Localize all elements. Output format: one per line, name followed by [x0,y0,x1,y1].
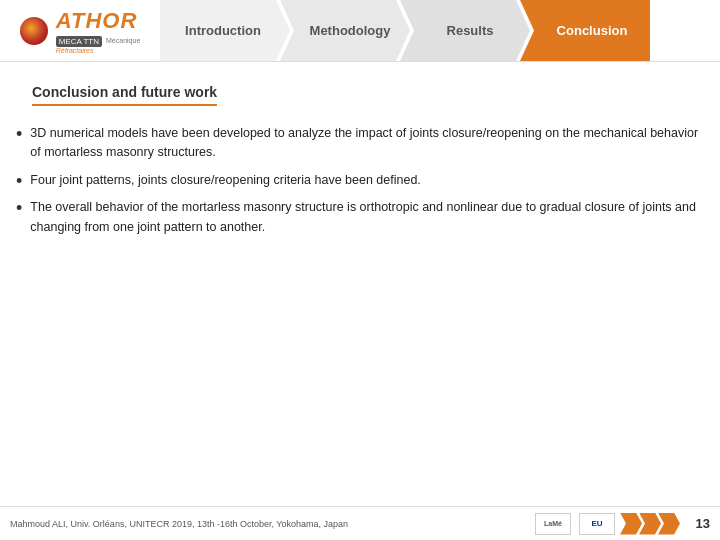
bullet-text-1: 3D numerical models have been developed … [30,124,704,163]
athor-text: ATHOR [56,8,141,34]
footer-arrow-group [623,513,680,535]
footer-logos: LaMé EU [535,513,615,535]
footer-arrow-2 [639,513,661,535]
meca-badge: MECA TTN [56,36,102,47]
tab-results[interactable]: Results [400,0,530,61]
bullet-text-3: The overall behavior of the mortarless m… [30,198,704,237]
header: ATHOR MECA TTN Mécanique Réfractaires In… [0,0,720,62]
nav-tabs: Introduction Methodology Results Conclus… [160,0,720,61]
athor-circle-icon [20,17,48,45]
bullet-text-2: Four joint patterns, joints closure/reop… [30,171,421,190]
footer-arrow-1 [620,513,642,535]
bullet-icon: • [16,172,22,190]
list-item: • Four joint patterns, joints closure/re… [16,171,704,190]
footer-arrow-3 [658,513,680,535]
section-title: Conclusion and future work [32,84,217,106]
footer-citation: Mahmoud ALI, Univ. Orléans, UNITECR 2019… [10,519,535,529]
list-item: • 3D numerical models have been develope… [16,124,704,163]
list-item: • The overall behavior of the mortarless… [16,198,704,237]
section-title-area: Conclusion and future work [0,62,720,116]
bullet-list: • 3D numerical models have been develope… [16,124,704,237]
logo-sub2: Réfractaires [56,47,141,54]
footer: Mahmoud ALI, Univ. Orléans, UNITECR 2019… [0,506,720,540]
content-area: • 3D numerical models have been develope… [0,124,720,237]
tab-conclusion[interactable]: Conclusion [520,0,650,61]
tab-introduction[interactable]: Introduction [160,0,290,61]
footer-logo-lame: LaMé [535,513,571,535]
bullet-icon: • [16,125,22,143]
bullet-icon: • [16,199,22,217]
logo-sub1: Mécanique [106,37,140,44]
logo-area: ATHOR MECA TTN Mécanique Réfractaires [0,0,160,61]
athor-logo: ATHOR MECA TTN Mécanique Réfractaires [20,8,141,54]
footer-logo-eu: EU [579,513,615,535]
page-number: 13 [690,516,710,531]
tab-methodology[interactable]: Methodology [280,0,410,61]
